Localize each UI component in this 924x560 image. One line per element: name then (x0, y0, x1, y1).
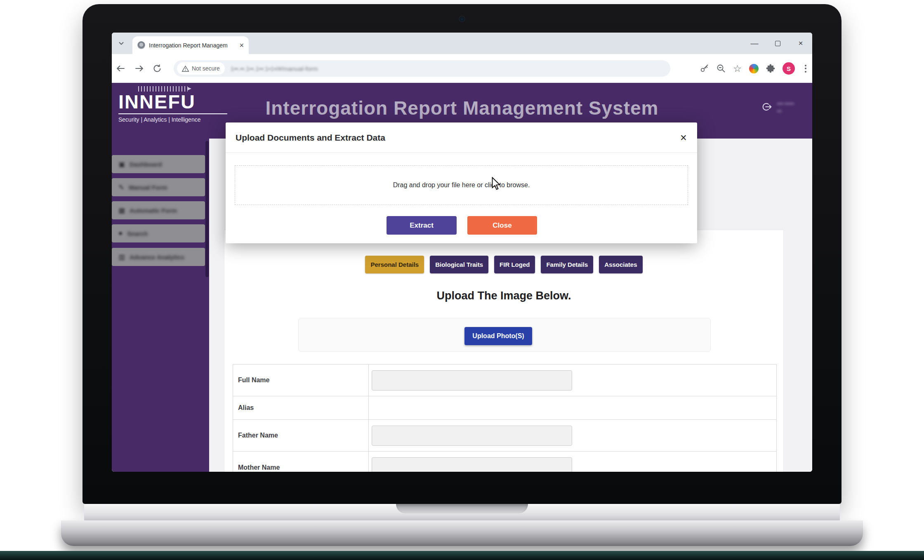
sidebar-item-search[interactable]: ● Search (112, 224, 205, 242)
full-name-cell (369, 365, 776, 396)
tab-family-details[interactable]: Family Details (541, 256, 593, 273)
back-button[interactable] (113, 60, 129, 77)
browser-tab-strip: Interrogation Report Managem × — × (112, 33, 812, 54)
mother-name-input[interactable] (372, 457, 572, 472)
sidebar-item-automatic-form[interactable]: ▦ Automatic Form (112, 201, 205, 219)
page-title: Interrogation Report Management System (112, 97, 812, 119)
tab-search-chevron-icon[interactable] (116, 38, 127, 49)
user-line-1: •••• •••••• (777, 100, 794, 108)
sidebar-item-label: Dashboard (130, 161, 162, 168)
sidebar-item-label: Advance Analytics (130, 254, 184, 261)
sidebar-item-label: Manual Form (129, 184, 167, 191)
table-row: Full Name (233, 365, 776, 396)
form-icon: ✎ (118, 183, 124, 192)
desk-edge (0, 551, 924, 560)
extension-logo (749, 64, 759, 73)
alias-label: Alias (233, 396, 369, 419)
father-name-input[interactable] (372, 426, 572, 446)
user-info-text: •••• •••••• ••• (777, 100, 794, 115)
upload-image-heading: Upload The Image Below. (224, 289, 784, 302)
laptop-base (61, 520, 863, 546)
father-name-label: Father Name (233, 420, 369, 451)
upload-photo-button[interactable]: Upload Photo(S) (464, 327, 532, 345)
upload-documents-modal: Upload Documents and Extract Data × Drag… (226, 122, 697, 243)
tab-biological-traits[interactable]: Biological Traits (430, 256, 488, 273)
not-secure-chip[interactable]: Not secure (177, 62, 225, 75)
mouse-cursor-icon (490, 177, 502, 193)
table-row: Father Name (233, 420, 776, 452)
forward-button[interactable] (131, 60, 147, 77)
password-key-icon[interactable] (699, 63, 710, 74)
logout-icon[interactable] (760, 101, 773, 115)
file-dropzone[interactable]: Drag and drop your file here or click to… (235, 165, 688, 205)
browser-navbar: Not secure 1••.••.1••.1••:1•1•/#/manual-… (112, 54, 812, 83)
webcam (460, 16, 464, 21)
laptop-mockup: Interrogation Report Managem × — × (0, 0, 924, 560)
tab-favicon (137, 41, 145, 49)
tab-close-icon[interactable]: × (239, 42, 244, 49)
maximize-button[interactable] (766, 33, 789, 54)
bookmark-star-icon[interactable]: ☆ (732, 63, 743, 74)
laptop-bezel: Interrogation Report Managem × — × (82, 4, 842, 504)
minimize-button[interactable]: — (743, 33, 766, 54)
extensions-puzzle-icon[interactable] (765, 63, 776, 74)
modal-divider (226, 153, 697, 153)
table-row: Mother Name (233, 452, 776, 472)
reload-button[interactable] (149, 60, 165, 77)
url-text: 1••.••.1••.1••:1•1•/#/manual-form (231, 65, 318, 72)
tab-personal-details[interactable]: Personal Details (365, 256, 424, 273)
father-name-cell (369, 420, 776, 451)
auto-form-icon: ▦ (118, 206, 125, 215)
table-row: Alias (233, 396, 776, 420)
warning-icon (182, 66, 189, 72)
laptop-lid-notch (396, 504, 528, 513)
user-line-2: ••• (777, 108, 794, 115)
full-name-input[interactable] (372, 370, 572, 391)
extract-button[interactable]: Extract (387, 216, 457, 235)
dropzone-text: Drag and drop your file here or click to… (393, 181, 530, 189)
sidebar: ▣ Dashboard ✎ Manual Form ▦ Automatic Fo… (112, 139, 209, 472)
mother-name-cell (369, 452, 776, 472)
close-button[interactable]: Close (467, 216, 537, 235)
logo-ticks-icon (138, 86, 188, 92)
personal-details-table: Full Name Alias Father Name Mother Name (233, 364, 777, 472)
modal-title: Upload Documents and Extract Data (236, 122, 385, 153)
sidebar-item-label: Search (127, 230, 148, 237)
url-bar[interactable]: Not secure 1••.••.1••.1••:1•1•/#/manual-… (174, 60, 670, 77)
close-window-button[interactable]: × (789, 33, 812, 54)
mother-name-label: Mother Name (233, 452, 369, 472)
tab-title: Interrogation Report Managem (149, 42, 236, 49)
window-controls: — × (743, 33, 812, 54)
sidebar-item-manual-form[interactable]: ✎ Manual Form (112, 178, 205, 196)
sidebar-item-label: Automatic Form (130, 207, 177, 214)
maximize-icon (775, 41, 780, 46)
navbar-actions: ☆ S (699, 60, 810, 77)
sidebar-item-dashboard[interactable]: ▣ Dashboard (112, 155, 205, 173)
tab-fir-loged[interactable]: FIR Loged (494, 256, 535, 273)
section-tabs: Personal Details Biological Traits FIR L… (224, 256, 784, 273)
extension-colored-icon[interactable] (748, 63, 759, 74)
user-area: •••• •••••• ••• (760, 100, 794, 115)
browser-menu-icon[interactable] (801, 63, 810, 74)
tab-associates[interactable]: Associates (599, 256, 642, 273)
sidebar-scrollbar[interactable] (205, 141, 209, 277)
dashboard-icon: ▣ (118, 160, 125, 169)
modal-close-icon[interactable]: × (676, 131, 691, 145)
sidebar-item-advance-analytics[interactable]: ▥ Advance Analytics (112, 248, 205, 266)
analytics-icon: ▥ (118, 253, 125, 261)
full-name-label: Full Name (233, 365, 369, 396)
alias-cell (369, 396, 776, 419)
browser-window: Interrogation Report Managem × — × (112, 33, 812, 472)
browser-tab[interactable]: Interrogation Report Managem × (132, 36, 249, 54)
not-secure-label: Not secure (192, 65, 220, 72)
profile-avatar[interactable]: S (783, 62, 795, 75)
search-icon: ● (118, 229, 123, 238)
zoom-icon[interactable] (715, 63, 726, 74)
